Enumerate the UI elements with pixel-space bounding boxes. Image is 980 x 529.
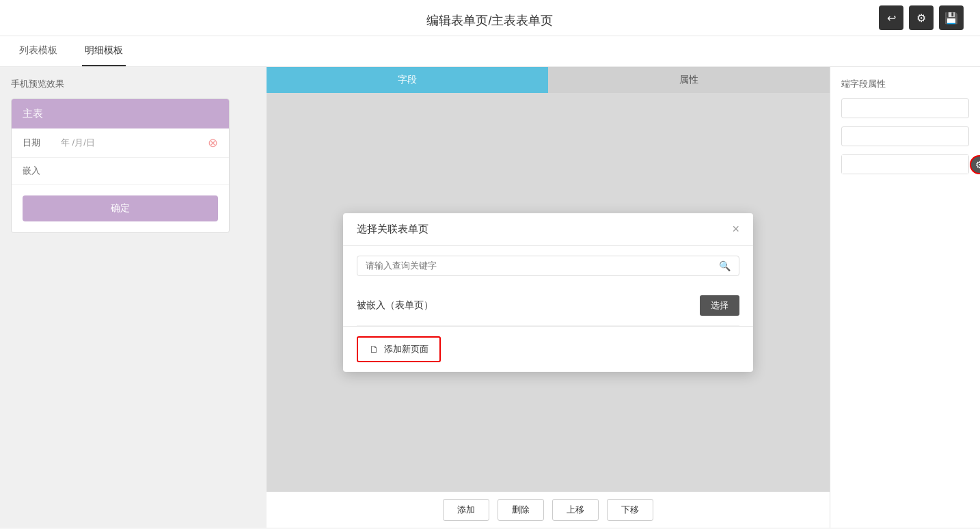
right-input-icon-button[interactable]: ⚙ xyxy=(970,155,980,174)
page-header: 编辑表单页/主表表单页 ↩ ⚙ 💾 xyxy=(0,0,980,36)
modal-overlay: 选择关联表单页 × 🔍 被嵌入（表单页） 选择 xyxy=(267,93,830,491)
back-button[interactable]: ↩ xyxy=(879,5,903,30)
phone-field-date: 日期 年 /月/日 ⊗ xyxy=(12,128,229,158)
right-input-3[interactable] xyxy=(842,155,968,174)
tab-detail-template[interactable]: 明细模板 xyxy=(82,36,126,66)
right-input-1[interactable] xyxy=(841,98,969,118)
phone-preview-header: 主表 xyxy=(12,99,229,128)
phone-field-embed: 嵌入 xyxy=(12,158,229,185)
preview-label: 手机预览效果 xyxy=(11,78,256,90)
modal-select-button[interactable]: 选择 xyxy=(700,295,739,316)
phone-field-date-clear[interactable]: ⊗ xyxy=(208,135,218,150)
add-page-label: 添加新页面 xyxy=(384,343,428,355)
phone-field-date-label: 日期 xyxy=(23,137,50,149)
right-input-2[interactable] xyxy=(841,126,969,146)
delete-button[interactable]: 删除 xyxy=(498,499,544,521)
settings-button[interactable]: ⚙ xyxy=(909,5,934,30)
phone-confirm-button[interactable]: 确定 xyxy=(23,195,218,221)
add-page-icon: 🗋 xyxy=(369,344,379,355)
search-icon: 🔍 xyxy=(719,260,731,271)
move-down-button[interactable]: 下移 xyxy=(607,499,653,521)
top-tabs: 列表模板 明细模板 xyxy=(0,36,980,67)
modal-body: 被嵌入（表单页） 选择 xyxy=(343,286,753,326)
header-actions: ↩ ⚙ 💾 xyxy=(879,5,964,30)
bottom-bar: 添加 删除 上移 下移 xyxy=(267,491,830,528)
right-input-3-wrapper: ⚙ xyxy=(841,154,969,174)
save-button[interactable]: 💾 xyxy=(939,5,964,30)
tab-attribute[interactable]: 属性 xyxy=(548,67,830,93)
move-up-button[interactable]: 上移 xyxy=(552,499,599,521)
modal-search-area: 🔍 xyxy=(343,246,753,286)
center-content: 选择关联表单页 × 🔍 被嵌入（表单页） 选择 xyxy=(267,93,830,491)
phone-field-date-value: 年 /月/日 xyxy=(61,137,197,149)
field-tabs: 字段 属性 xyxy=(267,67,830,93)
add-page-button[interactable]: 🗋 添加新页面 xyxy=(357,336,441,362)
tab-field[interactable]: 字段 xyxy=(267,67,548,93)
modal-list-item: 被嵌入（表单页） 选择 xyxy=(357,286,739,326)
modal-header: 选择关联表单页 × xyxy=(343,213,753,246)
modal-close-button[interactable]: × xyxy=(732,223,739,235)
modal-dialog: 选择关联表单页 × 🔍 被嵌入（表单页） 选择 xyxy=(343,213,753,372)
tab-list-template[interactable]: 列表模板 xyxy=(16,36,60,66)
center-panel: 字段 属性 选择关联表单页 × 🔍 xyxy=(267,67,830,528)
modal-item-label: 被嵌入（表单页） xyxy=(357,299,433,312)
main-content: 手机预览效果 主表 日期 年 /月/日 ⊗ 嵌入 确定 字段 属性 xyxy=(0,67,980,528)
left-panel: 手机预览效果 主表 日期 年 /月/日 ⊗ 嵌入 确定 xyxy=(0,67,267,528)
search-box: 🔍 xyxy=(357,256,739,276)
search-input[interactable] xyxy=(366,260,713,271)
modal-title: 选择关联表单页 xyxy=(357,223,428,236)
modal-footer: 🗋 添加新页面 xyxy=(343,326,753,372)
page-title: 编辑表单页/主表表单页 xyxy=(426,14,553,27)
phone-preview: 主表 日期 年 /月/日 ⊗ 嵌入 确定 xyxy=(11,98,230,233)
right-panel: 端字段属性 ⚙ xyxy=(830,67,980,528)
add-button[interactable]: 添加 xyxy=(443,499,489,521)
right-panel-title: 端字段属性 xyxy=(841,78,969,90)
